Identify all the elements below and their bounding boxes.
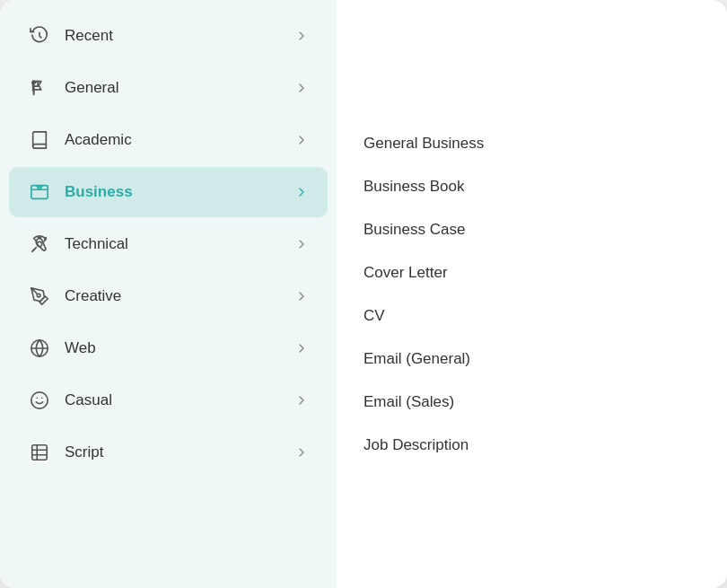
creative-icon — [27, 284, 52, 309]
chevron-right-icon — [293, 288, 310, 304]
content-item[interactable]: Business Case — [364, 208, 700, 251]
content-item[interactable]: General Business — [364, 122, 700, 165]
svg-point-6 — [31, 392, 48, 408]
sidebar-item-label: Technical — [65, 235, 293, 253]
chevron-right-icon — [293, 444, 310, 461]
sidebar-item-label: Academic — [65, 131, 293, 149]
recent-icon — [27, 23, 52, 48]
content-item[interactable]: Email (General) — [364, 338, 700, 381]
svg-rect-9 — [32, 445, 48, 461]
sidebar-item-general[interactable]: General — [9, 63, 328, 113]
sidebar-item-label: Web — [65, 339, 293, 357]
content-item[interactable]: CV — [364, 294, 700, 338]
casual-icon — [27, 388, 52, 413]
chevron-right-icon — [293, 80, 310, 96]
sidebar: Recent General — [0, 0, 337, 588]
sidebar-item-label: General — [65, 79, 293, 97]
sidebar-item-academic[interactable]: Academic — [9, 115, 328, 165]
sidebar-item-business[interactable]: Business — [9, 167, 328, 217]
content-panel: General BusinessBusiness BookBusiness Ca… — [337, 0, 727, 588]
sidebar-item-label: Script — [65, 443, 293, 461]
technical-icon — [27, 232, 52, 257]
academic-icon — [27, 127, 52, 153]
content-item[interactable]: Job Description — [364, 424, 700, 467]
web-icon — [27, 336, 52, 361]
content-item[interactable]: Cover Letter — [364, 251, 700, 294]
business-icon — [27, 180, 52, 205]
chevron-right-icon — [293, 132, 310, 148]
chevron-right-icon — [293, 340, 310, 356]
chevron-right-icon — [293, 236, 310, 252]
content-item[interactable]: Email (Sales) — [364, 381, 700, 424]
chevron-right-icon — [293, 392, 310, 408]
general-icon — [27, 75, 52, 101]
sidebar-item-label: Business — [65, 183, 293, 201]
sidebar-item-label: Creative — [65, 287, 293, 305]
main-container: Recent General — [0, 0, 727, 588]
chevron-right-icon — [293, 184, 310, 200]
sidebar-item-recent[interactable]: Recent — [9, 11, 328, 61]
sidebar-item-casual[interactable]: Casual — [9, 375, 328, 426]
sidebar-item-technical[interactable]: Technical — [9, 219, 328, 269]
content-item[interactable]: Business Book — [364, 165, 700, 208]
sidebar-item-label: Casual — [65, 391, 293, 409]
sidebar-item-creative[interactable]: Creative — [9, 271, 328, 321]
sidebar-item-label: Recent — [65, 27, 293, 45]
sidebar-item-script[interactable]: Script — [9, 427, 328, 478]
svg-point-3 — [37, 294, 40, 297]
chevron-right-icon — [293, 28, 310, 44]
sidebar-item-web[interactable]: Web — [9, 323, 328, 373]
script-icon — [27, 440, 52, 465]
